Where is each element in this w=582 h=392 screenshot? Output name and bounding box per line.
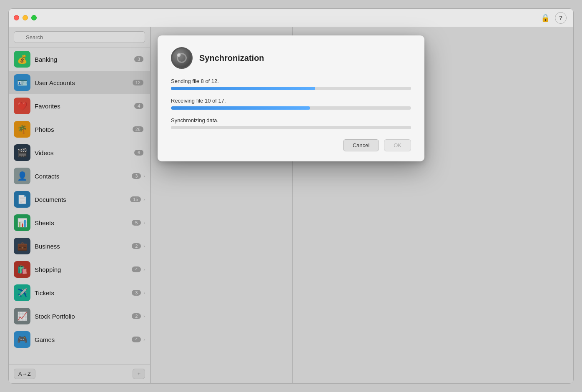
cancel-button[interactable]: Cancel [343,139,379,151]
modal-overlay: Synchronization Sending file 8 of 12. Re… [9,27,573,383]
maximize-button[interactable] [31,15,37,20]
ok-button[interactable]: OK [384,139,411,151]
title-bar: 🔒 ? [9,9,573,27]
close-button[interactable] [14,15,19,20]
sending-label: Sending file 8 of 12. [171,78,411,84]
modal-header: Synchronization [171,47,411,69]
modal-buttons: Cancel OK [171,139,411,151]
app-window: 🔒 ? 🔍 💰 Banking 3 🪪 User Acco [8,8,574,384]
title-bar-actions: 🔒 ? [541,12,567,24]
help-icon: ? [559,15,563,21]
synchronization-dialog: Synchronization Sending file 8 of 12. Re… [158,35,424,161]
syncing-progress-track [171,126,411,129]
syncing-progress-section: Synchronizing data. [171,117,411,129]
sync-icon [171,47,193,69]
receiving-progress-fill [171,106,310,110]
sending-progress-section: Sending file 8 of 12. [171,78,411,90]
minimize-button[interactable] [23,15,28,20]
help-button[interactable]: ? [555,12,567,24]
lock-icon[interactable]: 🔒 [541,13,550,23]
sending-progress-track [171,87,411,90]
receiving-progress-section: Receiving file 10 of 17. [171,98,411,110]
modal-title: Synchronization [199,53,264,63]
syncing-label: Synchronizing data. [171,117,411,123]
receiving-progress-track [171,106,411,110]
receiving-label: Receiving file 10 of 17. [171,98,411,104]
traffic-lights [14,15,37,20]
main-content: 🔍 💰 Banking 3 🪪 User Accounts 12 ❤️ Favo… [9,27,573,383]
sending-progress-fill [171,87,315,90]
